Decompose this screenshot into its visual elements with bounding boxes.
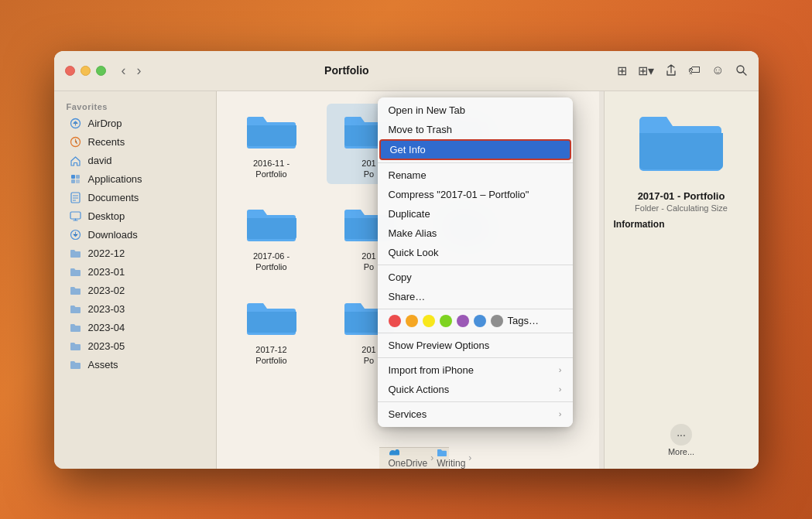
- emoji-icon[interactable]: ☺: [711, 63, 724, 77]
- menu-item-rename[interactable]: Rename: [378, 166, 573, 185]
- preview-folder-name: 2017-01 - Portfolio: [638, 190, 725, 202]
- folder-label-row3-2: 201Po: [361, 344, 375, 367]
- menu-separator-4: [378, 333, 573, 333]
- menu-item-make-alias[interactable]: Make Alias: [378, 224, 573, 243]
- tag-blue[interactable]: [474, 315, 486, 327]
- folder-label-2017-01: 201Po: [361, 158, 375, 180]
- folder-label-2016-11: 2016-11 -Portfolio: [253, 158, 290, 180]
- breadcrumb-sep-1: ›: [430, 452, 433, 463]
- svg-rect-4: [71, 175, 75, 179]
- sidebar-label-assets: Assets: [88, 359, 118, 370]
- sidebar-item-airdrop[interactable]: AirDrop: [57, 114, 213, 133]
- folder-item-2017-12[interactable]: 2017-12Portfolio: [229, 290, 314, 371]
- title-bar: ‹ › Portfolio ⊞ ⊞▾ 🏷 ☺: [54, 51, 759, 91]
- folder-label-row2-2: 201Po: [361, 251, 375, 273]
- share-icon[interactable]: [665, 64, 677, 77]
- sidebar-item-applications[interactable]: Applications: [57, 170, 213, 189]
- menu-item-move-to-trash[interactable]: Move to Trash: [378, 120, 573, 139]
- sidebar-item-2023-05[interactable]: 2023-05: [57, 337, 213, 356]
- breadcrumb-onedrive[interactable]: OneDrive: [389, 447, 428, 469]
- folder-icon-7: [70, 359, 82, 371]
- menu-item-open-new-tab[interactable]: Open in New Tab: [378, 101, 573, 120]
- finder-window: ‹ › Portfolio ⊞ ⊞▾ 🏷 ☺ Favo: [54, 51, 759, 469]
- sidebar-item-assets[interactable]: Assets: [57, 356, 213, 374]
- breadcrumb-bar: OneDrive › Writing ›: [379, 447, 449, 469]
- svg-rect-9: [70, 212, 81, 219]
- tag-yellow[interactable]: [423, 315, 435, 327]
- sidebar-label-2023-02: 2023-02: [88, 285, 125, 296]
- tag-purple[interactable]: [457, 315, 469, 327]
- breadcrumb-sep-2: ›: [468, 452, 471, 463]
- sidebar-item-2022-12[interactable]: 2022-12: [57, 244, 213, 263]
- sidebar-label-2023-05: 2023-05: [88, 340, 125, 352]
- menu-label-compress: Compress "2017-01 – Portfolio": [389, 189, 529, 200]
- sidebar-item-documents[interactable]: Documents: [57, 189, 213, 207]
- menu-item-services[interactable]: Services ›: [378, 405, 573, 424]
- menu-item-quick-actions[interactable]: Quick Actions ›: [378, 380, 573, 399]
- menu-item-compress[interactable]: Compress "2017-01 – Portfolio": [378, 185, 573, 204]
- menu-separator-5: [378, 357, 573, 358]
- menu-label-quick-actions: Quick Actions: [389, 384, 450, 395]
- sidebar-item-2023-01[interactable]: 2023-01: [57, 263, 213, 282]
- menu-label-import-iphone: Import from iPhone: [389, 364, 475, 376]
- sidebar-item-recents[interactable]: Recents: [57, 133, 213, 152]
- folder-icon-2: [70, 266, 82, 278]
- svg-rect-6: [71, 179, 75, 183]
- sidebar-label-david: david: [88, 155, 112, 166]
- sidebar-item-downloads[interactable]: Downloads: [57, 226, 213, 244]
- tag-orange[interactable]: [406, 315, 418, 327]
- menu-label-rename: Rename: [389, 169, 427, 181]
- menu-label-services: Services: [389, 408, 427, 420]
- window-title: Portfolio: [77, 64, 618, 77]
- folder-icon-3: [70, 285, 82, 297]
- tag-red[interactable]: [389, 315, 401, 327]
- breadcrumb-writing[interactable]: Writing: [437, 447, 465, 469]
- documents-icon: [70, 192, 82, 204]
- menu-item-quick-look[interactable]: Quick Look: [378, 243, 573, 262]
- toolbar-icons: ⊞ ⊞▾ 🏷 ☺: [617, 63, 747, 78]
- grid-icon[interactable]: ⊞▾: [638, 63, 654, 78]
- view-icon[interactable]: ⊞: [617, 63, 627, 78]
- home-icon: [70, 155, 82, 167]
- svg-rect-5: [76, 175, 80, 179]
- folder-item-2016-11[interactable]: 2016-11 -Portfolio: [229, 104, 314, 185]
- sidebar-item-desktop[interactable]: Desktop: [57, 207, 213, 226]
- folder-icon-5: [70, 322, 82, 334]
- airdrop-icon: [70, 118, 82, 130]
- more-button[interactable]: ··· More...: [668, 424, 694, 456]
- sidebar-item-2023-04[interactable]: 2023-04: [57, 319, 213, 337]
- sidebar-item-david[interactable]: david: [57, 152, 213, 170]
- submenu-arrow-quick-actions: ›: [559, 384, 562, 394]
- submenu-arrow-services: ›: [559, 409, 562, 418]
- more-icon: ···: [670, 424, 692, 446]
- search-icon[interactable]: [735, 64, 748, 77]
- sidebar-section-favorites: Favorites: [54, 97, 216, 114]
- folder-icon-6: [70, 340, 82, 353]
- downloads-icon: [70, 229, 82, 241]
- tag-gray[interactable]: [491, 315, 503, 327]
- tag-icon[interactable]: 🏷: [688, 63, 701, 77]
- scrollbar[interactable]: [599, 91, 604, 469]
- submenu-arrow-import: ›: [559, 365, 562, 374]
- sidebar-item-2023-02[interactable]: 2023-02: [57, 282, 213, 300]
- menu-item-copy[interactable]: Copy: [378, 268, 573, 287]
- menu-item-show-preview[interactable]: Show Preview Options: [378, 336, 573, 355]
- menu-item-import-iphone[interactable]: Import from iPhone ›: [378, 360, 573, 380]
- menu-label-quick-look: Quick Look: [389, 247, 439, 258]
- tag-green[interactable]: [440, 315, 452, 327]
- close-button[interactable]: [65, 66, 75, 76]
- menu-separator-1: [378, 162, 573, 163]
- sidebar-label-2023-03: 2023-03: [88, 303, 125, 315]
- menu-item-get-info[interactable]: Get Info: [379, 139, 571, 160]
- menu-label-get-info: Get Info: [390, 144, 426, 155]
- desktop-icon: [70, 210, 82, 223]
- sidebar-item-2023-03[interactable]: 2023-03: [57, 300, 213, 319]
- sidebar-label-downloads: Downloads: [88, 229, 138, 241]
- tags-label[interactable]: Tags…: [508, 315, 539, 326]
- menu-item-duplicate[interactable]: Duplicate: [378, 204, 573, 224]
- sidebar-label-airdrop: AirDrop: [88, 118, 122, 129]
- applications-icon: [70, 173, 82, 186]
- folder-item-2017-06[interactable]: 2017-06 -Portfolio: [229, 196, 314, 278]
- menu-separator-2: [378, 265, 573, 265]
- menu-item-share[interactable]: Share…: [378, 287, 573, 306]
